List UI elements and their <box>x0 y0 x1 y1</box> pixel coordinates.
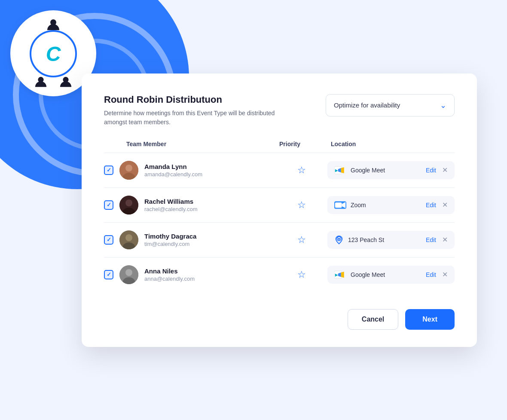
member-email-rachel: rachel@calendly.com <box>144 206 198 212</box>
star-icon-anna[interactable]: ☆ <box>297 269 306 280</box>
close-icon-anna[interactable]: ✕ <box>442 270 448 279</box>
member-info-rachel: Rachel Williams rachel@calendly.com <box>144 198 198 212</box>
location-actions-timothy: Edit ✕ <box>426 236 448 244</box>
location-info-rachel: Zoom <box>334 200 366 210</box>
priority-cell-amanda: ☆ <box>276 165 327 176</box>
table-row: ✓ Anna Niles anna@calendly.com ☆ <box>104 258 455 292</box>
cancel-button[interactable]: Cancel <box>348 309 398 330</box>
location-info-timothy: 123 Peach St <box>334 235 384 245</box>
star-icon-amanda[interactable]: ☆ <box>297 165 306 176</box>
member-info-anna: Anna Niles anna@calendly.com <box>144 267 195 282</box>
avatar-rachel <box>119 196 138 215</box>
member-info-amanda: Amanda Lynn amanda@calendly.com <box>144 163 202 178</box>
location-cell-rachel: Zoom Edit ✕ <box>327 196 455 214</box>
location-name-rachel: Zoom <box>351 202 366 208</box>
avatar-anna <box>119 265 138 284</box>
svg-marker-9 <box>341 167 344 173</box>
svg-point-22 <box>125 269 132 276</box>
table-row: ✓ Amanda Lynn amanda@calendly.com ☆ <box>104 153 455 188</box>
star-icon-rachel[interactable]: ☆ <box>297 199 306 211</box>
modal-description: Determine how meetings from this Event T… <box>104 109 284 127</box>
close-icon-timothy[interactable]: ✕ <box>442 236 448 244</box>
modal-title: Round Robin Distributuon <box>104 94 284 105</box>
location-actions-amanda: Edit ✕ <box>426 166 448 174</box>
location-pin-icon-timothy <box>334 235 344 245</box>
modal-dialog: Round Robin Distributuon Determine how m… <box>82 74 477 347</box>
svg-point-20 <box>338 238 340 240</box>
table-header: Team Member Priority Location <box>104 141 455 153</box>
edit-button-anna[interactable]: Edit <box>426 271 436 278</box>
column-team-member: Team Member <box>104 141 276 147</box>
member-name-amanda: Amanda Lynn <box>144 163 202 170</box>
logo-bottom-row <box>34 76 72 89</box>
check-icon: ✓ <box>107 271 111 278</box>
star-icon-timothy[interactable]: ☆ <box>297 234 306 245</box>
edit-button-rachel[interactable]: Edit <box>426 202 436 208</box>
priority-cell-rachel: ☆ <box>276 199 327 211</box>
table-row: ✓ Rachel Williams rachel@calendly.com ☆ <box>104 188 455 223</box>
check-icon: ✓ <box>107 236 111 243</box>
location-badge-anna: Google Meet Edit ✕ <box>327 266 455 284</box>
location-actions-rachel: Edit ✕ <box>426 201 448 209</box>
check-icon: ✓ <box>107 202 111 208</box>
member-cell-amanda: ✓ Amanda Lynn amanda@calendly.com <box>104 161 276 180</box>
member-name-timothy: Timothy Dagraca <box>144 233 196 240</box>
svg-point-17 <box>125 234 132 241</box>
member-cell-timothy: ✓ Timothy Dagraca tim@calendly.com <box>104 230 276 249</box>
location-actions-anna: Edit ✕ <box>426 270 448 279</box>
zoom-icon-rachel <box>334 200 346 210</box>
dropdown-label: Optimize for availability <box>334 101 400 109</box>
member-cell-anna: ✓ Anna Niles anna@calendly.com <box>104 265 276 284</box>
google-meet-icon-anna <box>334 270 346 279</box>
logo-left-person-icon <box>34 76 47 89</box>
svg-marker-27 <box>341 272 344 278</box>
checkbox-anna[interactable]: ✓ <box>104 270 113 279</box>
edit-button-timothy[interactable]: Edit <box>426 236 436 243</box>
priority-cell-anna: ☆ <box>276 269 327 280</box>
logo-right-person-icon <box>59 76 72 89</box>
location-cell-timothy: 123 Peach St Edit ✕ <box>327 231 455 249</box>
svg-point-11 <box>125 199 132 206</box>
checkbox-rachel[interactable]: ✓ <box>104 200 113 210</box>
location-info-anna: Google Meet <box>334 270 385 279</box>
location-badge-timothy: 123 Peach St Edit ✕ <box>327 231 455 249</box>
table-body: ✓ Amanda Lynn amanda@calendly.com ☆ <box>104 153 455 292</box>
location-badge-amanda: Google Meet Edit ✕ <box>327 161 455 179</box>
column-priority: Priority <box>276 141 327 147</box>
logo-ring: C <box>30 30 77 77</box>
avatar-amanda <box>119 161 138 180</box>
member-name-anna: Anna Niles <box>144 267 195 275</box>
svg-rect-14 <box>335 202 342 207</box>
location-name-amanda: Google Meet <box>351 167 385 174</box>
modal-header: Round Robin Distributuon Determine how m… <box>104 94 455 127</box>
member-email-amanda: amanda@calendly.com <box>144 171 202 178</box>
priority-cell-timothy: ☆ <box>276 234 327 245</box>
location-name-timothy: 123 Peach St <box>348 236 384 243</box>
checkbox-amanda[interactable]: ✓ <box>104 166 113 175</box>
modal-footer: Cancel Next <box>104 306 455 330</box>
distribution-dropdown[interactable]: Optimize for availability ⌄ <box>326 94 455 116</box>
avatar-timothy <box>119 230 138 249</box>
next-button[interactable]: Next <box>405 309 455 330</box>
svg-point-4 <box>125 165 132 172</box>
column-location: Location <box>327 141 455 147</box>
logo-c-letter: C <box>46 42 61 66</box>
member-name-rachel: Rachel Williams <box>144 198 198 205</box>
table-row: ✓ Timothy Dagraca tim@calendly.com ☆ <box>104 223 455 258</box>
member-info-timothy: Timothy Dagraca tim@calendly.com <box>144 233 196 247</box>
close-icon-rachel[interactable]: ✕ <box>442 201 448 209</box>
location-name-anna: Google Meet <box>351 271 385 278</box>
location-cell-anna: Google Meet Edit ✕ <box>327 266 455 284</box>
location-badge-rachel: Zoom Edit ✕ <box>327 196 455 214</box>
member-cell-rachel: ✓ Rachel Williams rachel@calendly.com <box>104 196 276 215</box>
close-icon-amanda[interactable]: ✕ <box>442 166 448 174</box>
check-icon: ✓ <box>107 167 111 173</box>
member-email-anna: anna@calendly.com <box>144 276 195 282</box>
checkbox-timothy[interactable]: ✓ <box>104 235 113 245</box>
header-text: Round Robin Distributuon Determine how m… <box>104 94 284 127</box>
location-info-amanda: Google Meet <box>334 166 385 175</box>
edit-button-amanda[interactable]: Edit <box>426 167 436 174</box>
chevron-down-icon: ⌄ <box>440 101 446 110</box>
member-email-timothy: tim@calendly.com <box>144 241 196 247</box>
google-meet-icon-amanda <box>334 166 346 175</box>
